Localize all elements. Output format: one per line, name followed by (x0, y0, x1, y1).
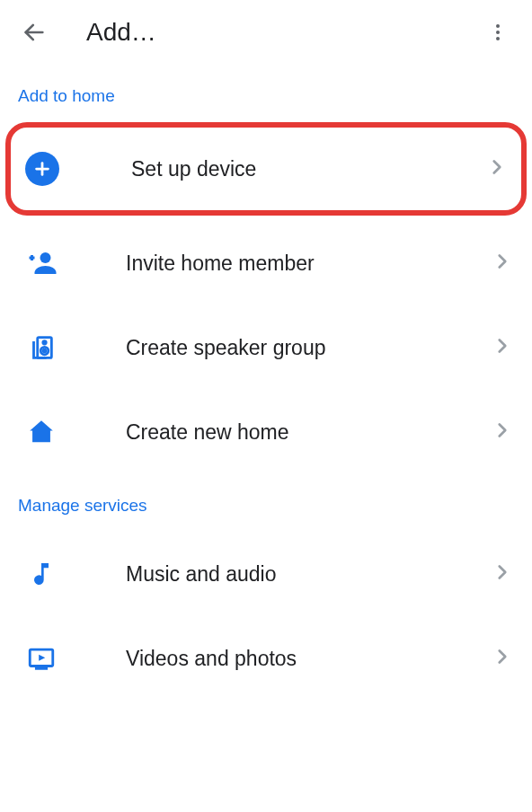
list-item-label: Music and audio (126, 562, 491, 587)
speaker-group-icon (18, 324, 65, 371)
svg-point-3 (496, 37, 500, 40)
svg-marker-14 (39, 655, 45, 661)
list-item-label: Videos and photos (126, 647, 491, 671)
list-item-label: Set up device (131, 157, 485, 181)
music-note-icon (18, 551, 65, 597)
section-header-manage-services: Manage services (0, 474, 532, 532)
app-header: Add… (0, 0, 532, 65)
list-item-invite-member[interactable]: Invite home member (0, 221, 532, 305)
list-item-new-home[interactable]: Create new home (0, 390, 532, 474)
list-item-speaker-group[interactable]: Create speaker group (0, 305, 532, 390)
plus-circle-icon (25, 152, 59, 186)
page-title: Add… (86, 18, 156, 47)
chevron-right-icon (491, 419, 514, 446)
list-item-label: Create speaker group (126, 336, 491, 360)
chevron-right-icon (491, 560, 514, 587)
chevron-right-icon (491, 250, 514, 277)
list-item-music[interactable]: Music and audio (0, 532, 532, 616)
chevron-right-icon (485, 155, 509, 182)
arrow-left-icon (22, 20, 47, 45)
person-add-icon (18, 240, 65, 287)
svg-point-6 (40, 252, 51, 263)
svg-point-2 (496, 31, 500, 34)
list-item-label: Invite home member (126, 252, 491, 276)
list-item-setup-device[interactable]: Set up device (5, 122, 527, 216)
svg-point-1 (496, 24, 500, 28)
section-header-add-to-home: Add to home (0, 65, 532, 122)
home-icon (18, 409, 65, 455)
list-item-label: Create new home (126, 420, 491, 445)
svg-point-12 (43, 349, 46, 352)
overflow-menu-button[interactable] (482, 16, 514, 49)
list-item-videos[interactable]: Videos and photos (0, 616, 532, 701)
more-vertical-icon (487, 22, 509, 43)
video-play-icon (18, 635, 65, 682)
chevron-right-icon (491, 645, 514, 672)
back-button[interactable] (18, 16, 50, 49)
chevron-right-icon (491, 334, 514, 361)
svg-point-10 (43, 341, 46, 344)
